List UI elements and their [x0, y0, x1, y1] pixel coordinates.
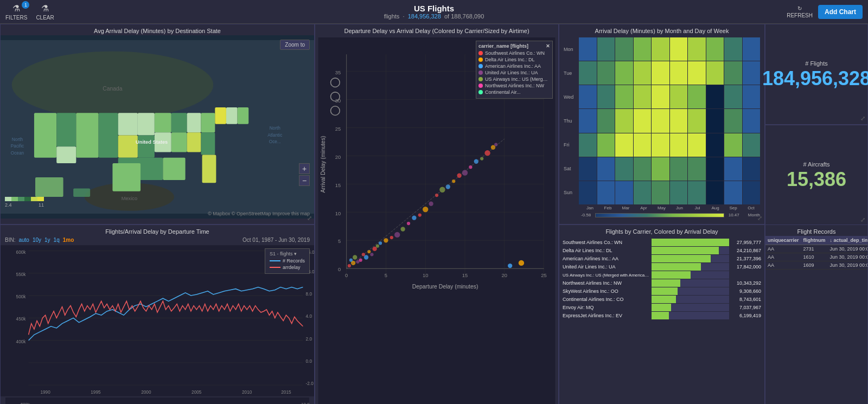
filter-badge: 1 — [22, 1, 29, 9]
refresh-button[interactable]: ↻ REFRESH — [787, 5, 813, 18]
barchart-content: Southwest Airlines Co.: WN 27,959,777 De… — [559, 236, 764, 404]
heatmap-cell — [688, 85, 706, 108]
svg-rect-34 — [202, 155, 216, 183]
ts-bin-auto[interactable]: auto — [18, 237, 29, 243]
heatmap-y-thu: Thu — [564, 118, 577, 124]
zoom-to-button[interactable]: Zoom to — [280, 40, 310, 50]
bar-row-ev: ExpressJet Airlines Inc.: EV 6,199,419 — [563, 312, 761, 319]
svg-rect-15 — [99, 113, 118, 158]
clear-button[interactable]: ⚗ CLEAR — [36, 3, 54, 21]
svg-rect-27 — [187, 113, 201, 132]
table-row: AA 1609 Jun 30, 2019 00:00:00 CLT MIA -1… — [765, 261, 867, 270]
heatmap-row-mon — [579, 37, 760, 61]
svg-text:35: 35 — [335, 70, 341, 75]
bar-label-oo: SkyWest Airlines Inc.: OO — [563, 288, 649, 294]
bar-row-aa: American Airlines Inc.: AA 21,377,396 — [563, 255, 761, 262]
hm-x-oct: Oct — [742, 206, 760, 210]
svg-rect-28 — [187, 132, 201, 152]
svg-point-101 — [491, 145, 495, 150]
heatmap-y-mon: Mon — [564, 47, 577, 52]
heatmap-cell — [724, 85, 742, 108]
bar-val-nw: 10,343,292 — [731, 280, 761, 286]
table-col-header[interactable]: uniquecarrier — [765, 236, 801, 245]
mapbox-credit: © Mapbox © OpenStreetMap Improve this ma… — [208, 211, 310, 216]
ts-legend-line-records — [270, 260, 280, 261]
heatmap-cell — [579, 181, 597, 204]
heatmap-cell — [688, 157, 706, 181]
svg-point-87 — [412, 216, 416, 220]
legend-dot-nw — [478, 84, 483, 88]
heatmap-row-wed — [579, 85, 760, 108]
heatmap-cell — [597, 37, 615, 61]
bar-fill-oo — [652, 287, 678, 295]
ts-bin-1q[interactable]: 1q — [54, 237, 60, 243]
heatmap-cell — [615, 109, 633, 132]
ts-bin-10y[interactable]: 10y — [33, 237, 41, 243]
hm-x-jun: Jun — [671, 206, 688, 210]
svg-rect-18 — [138, 113, 155, 135]
svg-text:8.0: 8.0 — [306, 292, 312, 297]
heatmap-cell — [688, 181, 706, 204]
zoom-out-button[interactable]: − — [299, 175, 310, 186]
svg-text:North: North — [270, 126, 281, 131]
heatmap-cell — [597, 157, 615, 181]
toolbar-right: ↻ REFRESH Add Chart — [787, 5, 863, 19]
kpi-aircrafts-expand[interactable]: ⤢ — [860, 216, 865, 223]
zoom-in-button[interactable]: + — [299, 163, 310, 174]
ts-bin-1y[interactable]: 1y — [44, 237, 50, 243]
bar-fill-ev — [652, 312, 669, 319]
bar-val-wn: 27,959,777 — [731, 240, 761, 245]
heatmap-cell — [615, 133, 633, 157]
heatmap-cell — [597, 109, 615, 132]
svg-point-110 — [519, 260, 524, 266]
heatmap-expand-icon[interactable]: ⤢ — [757, 215, 762, 222]
svg-rect-12 — [56, 113, 76, 146]
bar-bg-wn — [652, 239, 729, 246]
svg-point-73 — [353, 255, 357, 259]
scatter-panel: Departure Delay vs Arrival Delay (Colore… — [315, 24, 559, 404]
heatmap-legend-max: 10.47 — [729, 213, 739, 217]
heatmap-y-wed: Wed — [564, 94, 577, 100]
kpi-aircrafts-value: 15,386 — [787, 170, 846, 189]
bar-val-oo: 9,308,660 — [731, 288, 761, 294]
svg-text:20: 20 — [502, 273, 507, 278]
hm-x-apr: Apr — [635, 206, 653, 210]
legend-item-co: Continental Air... — [478, 89, 550, 95]
heatmap-cell — [670, 181, 688, 204]
heatmap-legend-bar — [595, 213, 724, 217]
svg-text:Canada: Canada — [103, 86, 122, 92]
bar-label-ua: United Air Lines Inc.: UA — [563, 264, 649, 270]
table-row: AA 1610 Jun 30, 2019 00:00:00 JFK MIA -1… — [765, 253, 867, 261]
bar-val-dl: 24,210,867 — [731, 248, 761, 253]
svg-point-74 — [359, 259, 362, 262]
svg-text:Oce...: Oce... — [269, 139, 281, 144]
table-panel: Flight Recordsuniquecarrierflightnum↓ ac… — [765, 225, 868, 404]
heatmap-cell — [634, 61, 652, 85]
table-title: Flight Records — [765, 225, 867, 236]
map-container[interactable]: Canada North Pacific Ocean North Atlanti… — [1, 35, 314, 219]
svg-rect-26 — [112, 163, 141, 191]
svg-rect-33 — [238, 107, 249, 124]
map-expand-icon[interactable]: ⤢ — [307, 215, 312, 222]
add-chart-button[interactable]: Add Chart — [818, 5, 863, 19]
svg-rect-16 — [118, 113, 138, 135]
svg-point-94 — [452, 179, 455, 183]
bar-bg-ev — [652, 312, 729, 319]
bar-label-wn: Southwest Airlines Co.: WN — [563, 240, 649, 245]
heatmap-cell — [579, 133, 597, 157]
ts-bin-1mo[interactable]: 1mo — [63, 237, 74, 243]
close-icon[interactable]: ✕ — [546, 43, 550, 49]
bar-row-nw: Northwest Airlines Inc.: NW 10,343,292 — [563, 279, 761, 287]
svg-point-78 — [370, 253, 373, 256]
table-col-header[interactable]: ↓ actual_dep_time_stamp — [828, 236, 867, 245]
ts-legend-title: S1 - flights ▾ — [270, 251, 305, 256]
svg-text:Pacific: Pacific — [11, 144, 24, 149]
kpi-flights-expand[interactable]: ⤢ — [860, 115, 865, 122]
bar-row-us: US Airways Inc.: US (Merged with America… — [563, 271, 761, 279]
heatmap-cell — [670, 61, 688, 85]
svg-rect-137 — [5, 397, 309, 404]
bar-row-wn: Southwest Airlines Co.: WN 27,959,777 — [563, 239, 761, 246]
table-col-header[interactable]: flightnum — [801, 236, 828, 245]
subtitle-of: of 188,768,090 — [444, 13, 484, 20]
svg-point-1 — [12, 52, 214, 119]
